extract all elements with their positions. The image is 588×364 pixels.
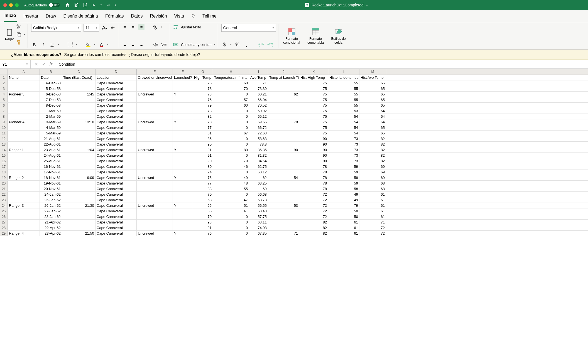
cell[interactable] xyxy=(8,186,40,191)
cell[interactable]: 0 xyxy=(213,220,249,225)
cell[interactable] xyxy=(173,97,193,102)
cell[interactable] xyxy=(62,86,95,91)
cell[interactable] xyxy=(173,186,193,191)
cell[interactable]: 82 xyxy=(359,142,386,147)
cell[interactable]: 91 xyxy=(193,153,213,158)
cell[interactable] xyxy=(137,108,173,114)
copy-icon[interactable] xyxy=(16,32,22,37)
tab-datos[interactable]: Datos xyxy=(131,11,143,21)
cell[interactable]: 57.75 xyxy=(249,214,268,219)
cell[interactable]: 1:45 xyxy=(62,92,95,97)
fill-color-button[interactable] xyxy=(85,41,91,48)
cell[interactable] xyxy=(8,197,40,203)
cell[interactable]: 90 xyxy=(299,153,328,158)
cell[interactable]: 61 xyxy=(359,192,386,197)
cell[interactable]: Ranger 3 xyxy=(8,203,40,208)
cell[interactable] xyxy=(173,80,193,86)
decrease-decimal-icon[interactable]: .00.0 xyxy=(267,41,273,48)
cell[interactable]: 54 xyxy=(328,131,359,136)
cell[interactable]: 0 xyxy=(213,225,249,230)
percent-format-icon[interactable]: % xyxy=(234,41,241,48)
cell[interactable]: 70 xyxy=(213,86,249,91)
cell[interactable]: Date xyxy=(40,75,62,80)
cell[interactable]: 71 xyxy=(359,220,386,225)
recovery-bar[interactable]: ¿Abrir libros recuperados? Se guardaron … xyxy=(0,50,588,60)
cell[interactable]: Cape Canaveral xyxy=(95,164,137,169)
cell[interactable]: 61 xyxy=(328,231,359,236)
cell[interactable] xyxy=(173,125,193,130)
cell[interactable]: 61 xyxy=(359,197,386,203)
tab-vista[interactable]: Vista xyxy=(174,11,185,21)
cell[interactable] xyxy=(62,186,95,191)
cell[interactable] xyxy=(268,181,299,186)
cell[interactable]: 54 xyxy=(328,119,359,125)
cell[interactable]: 24-Jan-62 xyxy=(40,192,62,197)
cell[interactable]: 73.39 xyxy=(249,86,268,91)
cell[interactable] xyxy=(137,153,173,158)
cell[interactable]: 78 xyxy=(299,175,328,180)
cell[interactable]: Temperatura mínima xyxy=(213,75,249,80)
save-icon[interactable] xyxy=(74,3,79,8)
redo-icon[interactable] xyxy=(106,3,111,8)
row-header[interactable]: 13 xyxy=(0,142,8,147)
row-header[interactable]: 25 xyxy=(0,208,8,214)
cell[interactable] xyxy=(173,136,193,141)
cell[interactable]: 73 xyxy=(193,92,213,97)
cell[interactable]: 58.63 xyxy=(249,136,268,141)
cell[interactable]: 61 xyxy=(328,220,359,225)
cell[interactable]: 55 xyxy=(328,103,359,108)
cell[interactable]: Cape Canaveral xyxy=(95,147,137,153)
cell[interactable]: Cape Canaveral xyxy=(95,208,137,214)
borders-button[interactable] xyxy=(67,41,73,48)
cell[interactable]: 5-Mar-59 xyxy=(40,131,62,136)
cell[interactable]: 62 xyxy=(249,175,268,180)
row-header[interactable]: 15 xyxy=(0,153,8,158)
cell[interactable] xyxy=(62,220,95,225)
row-header[interactable]: 17 xyxy=(0,164,8,169)
cell[interactable]: 78.8 xyxy=(249,142,268,147)
row-header[interactable]: 16 xyxy=(0,158,8,164)
column-header[interactable]: D xyxy=(95,69,137,75)
cell[interactable]: 0 xyxy=(213,169,249,175)
cell[interactable]: 67 xyxy=(213,131,249,136)
cell[interactable]: Cape Canaveral xyxy=(95,214,137,219)
cell[interactable]: 81.32 xyxy=(249,153,268,158)
cell[interactable]: 85.35 xyxy=(249,147,268,153)
cell[interactable]: 18-Nov-61 xyxy=(40,175,62,180)
row-header[interactable]: 6 xyxy=(0,103,8,108)
cell[interactable]: 72 xyxy=(299,192,328,197)
row-header[interactable]: 8 xyxy=(0,114,8,119)
cell[interactable]: 0 xyxy=(213,153,249,158)
name-box-stepper[interactable]: ▲▼ xyxy=(26,62,28,66)
cell[interactable]: 17-Nov-61 xyxy=(40,169,62,175)
cell[interactable]: Cape Canaveral xyxy=(95,169,137,175)
copy-chevron-icon[interactable]: ▾ xyxy=(24,33,25,36)
cell[interactable] xyxy=(8,153,40,158)
cell[interactable]: 51 xyxy=(213,203,249,208)
cell[interactable]: 82 xyxy=(359,136,386,141)
cell[interactable]: 69 xyxy=(359,164,386,169)
cell[interactable]: 65 xyxy=(359,97,386,102)
cell[interactable]: Cape Canaveral xyxy=(95,192,137,197)
cell[interactable]: 53.48 xyxy=(249,208,268,214)
cell[interactable]: 49 xyxy=(328,192,359,197)
cell[interactable]: Cape Canaveral xyxy=(95,131,137,136)
cell[interactable]: 62.75 xyxy=(249,164,268,169)
cell[interactable]: 90 xyxy=(193,142,213,147)
cell[interactable]: 0 xyxy=(213,114,249,119)
cell[interactable]: 70.52 xyxy=(249,103,268,108)
cell[interactable] xyxy=(173,108,193,114)
cell[interactable]: 54 xyxy=(328,114,359,119)
cell[interactable]: 64 xyxy=(359,114,386,119)
row-header[interactable]: 22 xyxy=(0,192,8,197)
cell[interactable]: 90 xyxy=(299,136,328,141)
cell[interactable]: 63.25 xyxy=(249,181,268,186)
cell[interactable] xyxy=(62,164,95,169)
cell[interactable]: Pioneer 4 xyxy=(8,119,40,125)
cell[interactable] xyxy=(8,86,40,91)
cell[interactable]: 58.78 xyxy=(249,197,268,203)
qat-overflow-icon[interactable]: ▾ xyxy=(115,4,116,6)
cell[interactable]: 25-Jan-62 xyxy=(40,197,62,203)
cell[interactable]: Launched? xyxy=(173,75,193,80)
cell[interactable] xyxy=(137,86,173,91)
